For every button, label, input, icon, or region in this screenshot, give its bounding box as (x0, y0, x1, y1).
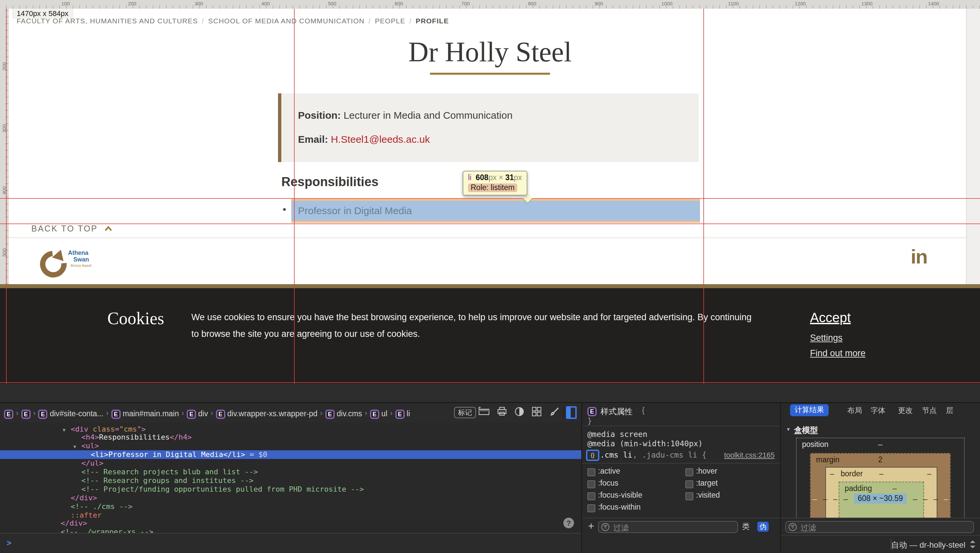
pseudo-checkbox[interactable] (587, 492, 595, 500)
devtools-toolbar: ! 元素控制台来源网络时间线储存空间图形层审核 ⚙ (0, 384, 980, 403)
dom-tree-line[interactable]: </ul> (0, 459, 581, 468)
console-prompt-row[interactable]: > (0, 533, 581, 553)
dom-tree-line[interactable]: <!-- Research projects blub and list --> (0, 468, 581, 476)
dash[interactable]: – (813, 495, 817, 503)
dom-tree-line[interactable]: ▼<ul> (0, 442, 581, 451)
pseudo-checkbox[interactable] (587, 468, 595, 476)
pseudo-checkbox[interactable] (685, 468, 693, 476)
dom-breadcrumb-label: li (404, 409, 410, 417)
back-to-top-link[interactable]: BACK TO TOP (31, 224, 112, 233)
page-target-select[interactable]: 自动 — dr-holly-steel (891, 540, 965, 551)
dash[interactable]: – (823, 495, 827, 503)
dash[interactable]: – (933, 495, 938, 503)
help-button[interactable]: ? (563, 518, 574, 528)
cookie-accept-link[interactable]: Accept (810, 310, 851, 325)
position-top-value[interactable]: – (797, 440, 964, 448)
dom-tree-line[interactable]: </div> (0, 519, 581, 528)
dom-breadcrumb-item[interactable]: E li (395, 406, 410, 419)
inspect-highlight-margin-bottom (291, 221, 700, 223)
list-item-text: Professor in Digital Media (298, 205, 412, 216)
contrast-icon[interactable] (515, 407, 525, 418)
dom-breadcrumb-item[interactable]: E div.cms (325, 406, 362, 419)
grid-overlay-icon[interactable] (532, 407, 542, 418)
linkedin-icon[interactable]: in (911, 245, 927, 268)
dom-tree-line[interactable]: <!-- Research groups and institutes --> (0, 476, 581, 485)
code-text: </div> (71, 493, 97, 502)
computed-filter-input[interactable]: 过滤 (785, 521, 974, 533)
padding-top-value[interactable]: – (866, 484, 923, 492)
pseudo-toggle-button[interactable]: 伪 (757, 522, 768, 532)
sidebar-tab-层[interactable]: 层 (946, 406, 953, 416)
dash[interactable]: – (833, 495, 838, 503)
element-badge-icon: E (21, 409, 30, 419)
inspect-mode-icon[interactable] (566, 406, 577, 419)
code-text: <!-- Research groups and institutes --> (81, 476, 254, 485)
pseudo-checkbox[interactable] (685, 492, 693, 500)
element-badge-icon: E (111, 409, 121, 419)
class-toggle-button[interactable]: 类 (742, 522, 750, 532)
element-badge-icon: E (395, 409, 404, 419)
ruler-label: 100 (61, 1, 70, 7)
ruler-label: 400 (261, 1, 270, 7)
sidebar-tab-computed[interactable]: 计算结果 (790, 404, 829, 416)
breadcrumb-item[interactable]: PEOPLE (375, 17, 405, 25)
dom-breadcrumb-item[interactable]: E ul (370, 406, 387, 419)
cookie-heading: Cookies (107, 309, 164, 329)
sidebar-tab-布局[interactable]: 布局 (847, 406, 862, 416)
breadcrumb-separator: / (409, 17, 412, 25)
cookie-find-out-more-link[interactable]: Find out more (810, 348, 865, 358)
dom-breadcrumb-separator: › (320, 409, 322, 417)
paintbrush-icon[interactable] (550, 407, 561, 418)
cookie-settings-link[interactable]: Settings (810, 333, 843, 343)
box-model-content-size[interactable]: 608 × ~30.59 (854, 494, 907, 504)
dom-tree-line[interactable]: <li>Professor in Digital Media</li> = $0 (0, 450, 581, 459)
dom-tree-line[interactable]: <h4>Responsibilities</h4> (0, 433, 581, 442)
dom-breadcrumb-label: div.wrapper-xs.wrapper-pd (225, 409, 317, 417)
add-rule-button[interactable]: + (588, 520, 594, 532)
row2-separator (563, 407, 564, 417)
sidebar-tab-节点[interactable]: 节点 (922, 406, 937, 416)
dom-tree-line[interactable]: <!-- Project/funding opportunities pulle… (0, 485, 581, 494)
dom-breadcrumb-item[interactable]: E div.wrapper-xs.wrapper-pd (216, 406, 317, 419)
pseudo-checkbox[interactable] (685, 480, 693, 488)
dom-breadcrumb-separator: › (16, 409, 18, 417)
dom-breadcrumb-item[interactable]: E div (187, 406, 208, 419)
dom-breadcrumb-item[interactable]: E (21, 406, 30, 419)
dom-tree-line[interactable]: </div> (0, 493, 581, 502)
css-selector-matched[interactable]: .cms li (600, 450, 632, 460)
print-icon[interactable] (497, 407, 508, 418)
dash[interactable]: – (943, 495, 948, 503)
stylesheet-source-link[interactable]: toolkit.css:2165 (724, 451, 775, 459)
ath-line1: Athena (68, 250, 88, 256)
style-attr-close-brace: } (587, 416, 592, 426)
dash[interactable]: – (843, 495, 848, 503)
dom-breadcrumb-item[interactable]: E (4, 406, 13, 419)
margin-top-value[interactable]: 2 (811, 456, 950, 464)
dash[interactable]: – (923, 495, 928, 503)
mark-button[interactable]: 标记 (454, 407, 476, 418)
element-badge-icon: E (4, 409, 13, 419)
ruler-label: 200 (2, 62, 7, 70)
dom-tree-line[interactable]: <!-- ./wrapper-xs --> (0, 528, 581, 533)
email-link[interactable]: H.Steel1@leeds.ac.uk (331, 134, 430, 145)
ruler-toggle-icon[interactable] (479, 407, 489, 418)
ruler-label: 1100 (728, 1, 739, 7)
border-top-value[interactable]: – (826, 470, 937, 478)
box-model-disclosure-icon[interactable]: ▼ (786, 427, 791, 432)
athena-swan-logo[interactable]: Athena Swan Bronze Award (39, 248, 112, 277)
breadcrumb-item[interactable]: SCHOOL OF MEDIA AND COMMUNICATION (208, 17, 365, 25)
pseudo-checkbox[interactable] (587, 504, 595, 512)
info-box-accent-bar (278, 93, 282, 162)
border-right-value[interactable]: – (927, 470, 931, 478)
sidebar-tab-更改[interactable]: 更改 (898, 406, 913, 416)
dash[interactable]: – (913, 495, 917, 503)
dom-tree-line[interactable]: ▼<div class="cms"> (0, 425, 581, 433)
sidebar-tab-字体[interactable]: 字体 (871, 406, 885, 416)
dom-tree-line[interactable]: ::after (0, 511, 581, 519)
pseudo-checkbox[interactable] (587, 480, 595, 488)
dom-breadcrumb-item[interactable]: E div#site-conta... (38, 406, 103, 419)
dom-tree-line[interactable]: <!-- ./cms --> (0, 502, 581, 511)
dom-breadcrumb-item[interactable]: E main#main.main (111, 406, 179, 419)
styles-filter-input[interactable]: 过滤 (598, 521, 738, 533)
page-scrollbar[interactable] (966, 9, 980, 284)
